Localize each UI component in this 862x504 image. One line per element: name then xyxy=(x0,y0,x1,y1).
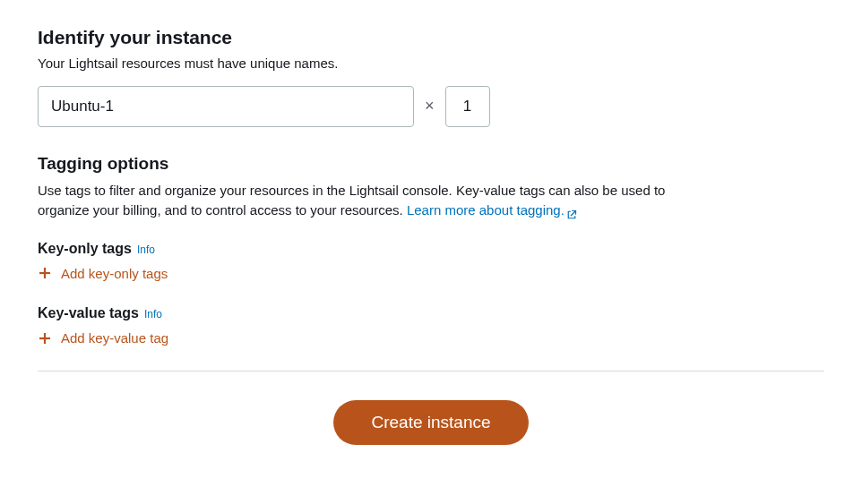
plus-icon xyxy=(38,266,52,280)
create-button-row: Create instance xyxy=(38,400,824,445)
instance-name-row: × xyxy=(38,86,824,127)
instance-quantity-input[interactable] xyxy=(445,86,490,127)
tagging-options-heading: Tagging options xyxy=(38,154,824,174)
add-key-value-tag-label: Add key-value tag xyxy=(61,330,168,346)
section-divider xyxy=(38,371,824,372)
identify-subtext: Your Lightsail resources must have uniqu… xyxy=(38,54,824,73)
tagging-options-description: Use tags to filter and organize your res… xyxy=(38,181,701,221)
key-value-tags-section: Key-value tags Info Add key-value tag xyxy=(38,305,824,349)
key-only-info-link[interactable]: Info xyxy=(137,243,155,256)
create-instance-button[interactable]: Create instance xyxy=(333,400,528,445)
key-value-info-link[interactable]: Info xyxy=(144,308,162,320)
key-value-tags-heading: Key-value tags xyxy=(38,305,139,321)
identify-instance-heading: Identify your instance xyxy=(38,27,824,48)
add-key-only-tags-label: Add key-only tags xyxy=(61,266,168,281)
plus-icon xyxy=(38,331,52,346)
key-only-tags-section: Key-only tags Info Add key-only tags xyxy=(38,241,824,285)
key-only-tags-heading: Key-only tags xyxy=(38,241,132,257)
add-key-value-tag-button[interactable]: Add key-value tag xyxy=(38,330,168,346)
multiply-symbol: × xyxy=(425,97,435,115)
add-key-only-tags-button[interactable]: Add key-only tags xyxy=(38,266,168,281)
instance-name-input[interactable] xyxy=(38,86,414,127)
learn-more-tagging-link[interactable]: Learn more about tagging. xyxy=(407,202,577,218)
external-link-icon xyxy=(566,206,577,217)
